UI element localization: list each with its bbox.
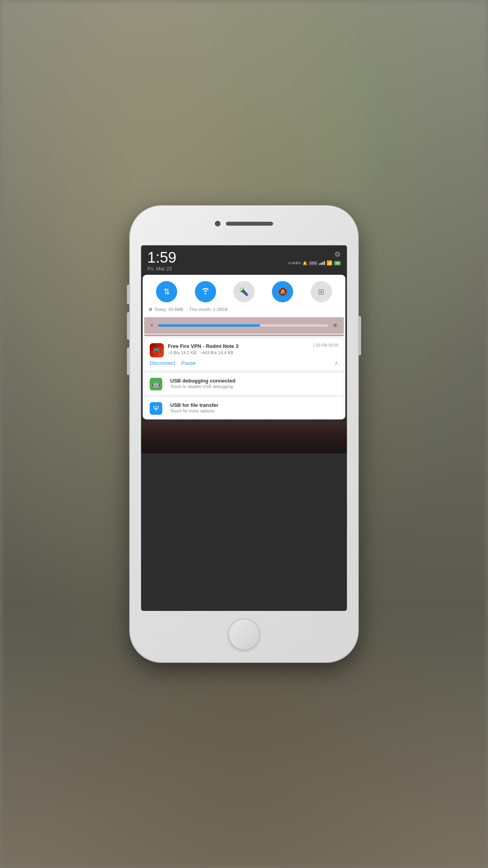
usb-transfer-notif-left: Ψ USB for file transfer Touch for more o…: [150, 402, 338, 415]
volume-down-button[interactable]: [127, 348, 130, 375]
signal-icon: [319, 261, 325, 265]
vpn-notif-subtitle: ↓0 B/s 14.2 KB · ↑443 B/s 14.4 KB: [168, 350, 313, 355]
date-display: Fri, Mar 22: [147, 266, 176, 272]
volume-up-button[interactable]: [127, 312, 130, 340]
vpn-action-buttons: Disconnect Pause: [150, 360, 196, 366]
phone-body: 1:59 Fri, Mar 22 ⚙ 4.0KB/s 🔔 VPN: [130, 206, 358, 662]
speed-indicator: 4.0KB/s: [288, 261, 301, 265]
vpn-notif-title: Free Fire VPN - Redmi Note 3: [168, 343, 313, 349]
usb-debug-icon: 🤖: [150, 378, 162, 390]
usb-transfer-icon: Ψ: [150, 402, 162, 415]
usb-symbol-icon: Ψ: [153, 405, 159, 413]
screenshot-icon: ⊞: [318, 287, 325, 296]
battery-indicator: 70: [334, 261, 341, 265]
phone-device: 1:59 Fri, Mar 22 ⚙ 4.0KB/s 🔔 VPN: [130, 206, 358, 662]
usb-debug-title: USB debugging connected: [170, 378, 235, 384]
data-arrows-icon: ⇅: [163, 287, 170, 296]
status-icons-row: 4.0KB/s 🔔 VPN 📶 70: [288, 260, 341, 266]
brightness-divider: [144, 335, 344, 336]
vpn-app-icon: 🎮: [150, 343, 164, 357]
camera-icon: [215, 221, 220, 226]
usb-debug-notif-left: 🤖 USB debugging connected Touch to disab…: [150, 378, 338, 390]
signal-bar-3: [322, 262, 323, 265]
quick-toggles-panel: ⇅ 🔦: [143, 275, 345, 317]
phone-top-area: [215, 221, 273, 226]
android-robot-icon: 🤖: [152, 381, 160, 388]
data-toggle-button[interactable]: ⇅: [156, 281, 177, 302]
time-block: 1:59 Fri, Mar 22: [147, 250, 176, 272]
screenshot-toggle-button[interactable]: ⊞: [311, 281, 332, 302]
usb-transfer-title: USB for file transfer: [170, 402, 218, 408]
vpn-notification-card[interactable]: 🎮 Free Fire VPN - Redmi Note 3 ↓0 B/s 14…: [144, 338, 344, 371]
screen-dark-bottom: [141, 422, 347, 453]
home-button[interactable]: [228, 619, 260, 650]
signal-bar-4: [324, 261, 325, 265]
mute-button[interactable]: [127, 285, 130, 304]
usb-transfer-subtitle: Touch for more options.: [170, 408, 218, 413]
status-bar: 1:59 Fri, Mar 22 ⚙ 4.0KB/s 🔔 VPN: [141, 245, 347, 275]
vpn-notif-actions: Disconnect Pause ∧: [150, 360, 338, 366]
vpn-notif-header: 🎮 Free Fire VPN - Redmi Note 3 ↓0 B/s 14…: [150, 343, 338, 357]
brightness-fill: [158, 324, 260, 327]
vpn-badge: VPN: [309, 261, 317, 265]
vpn-notif-time: 1:59 PM 00:09: [313, 343, 338, 348]
vpn-notif-content: Free Fire VPN - Redmi Note 3 ↓0 B/s 14.2…: [168, 343, 313, 355]
data-separator: ·: [185, 307, 187, 312]
mute-bell-icon: 🔕: [278, 287, 288, 296]
signal-bar-2: [321, 263, 322, 265]
brightness-min-icon: ☀: [150, 323, 154, 328]
expand-arrow-icon[interactable]: ∧: [334, 360, 338, 366]
vpn-game-icon: 🎮: [152, 346, 161, 355]
mute-toggle-button[interactable]: 🔕: [272, 281, 293, 302]
signal-bar-1: [319, 263, 320, 265]
speaker-icon: [226, 222, 273, 226]
disconnect-button[interactable]: Disconnect: [150, 360, 175, 366]
data-today-label: Today: 93.6MB: [154, 307, 183, 312]
usb-transfer-notification-card[interactable]: Ψ USB for file transfer Touch for more o…: [144, 397, 344, 419]
toggle-row: ⇅ 🔦: [147, 281, 341, 302]
wifi-toggle-button[interactable]: [195, 281, 216, 302]
wifi-toggle-icon: [201, 287, 210, 296]
pause-button[interactable]: Pause: [181, 360, 196, 366]
phone-screen: 1:59 Fri, Mar 22 ⚙ 4.0KB/s 🔔 VPN: [141, 245, 347, 611]
alarm-icon: 🔔: [303, 261, 307, 265]
data-usage-row: Today: 93.6MB · This month: 2.29GB: [147, 307, 341, 313]
torch-icon: 🔦: [239, 287, 249, 296]
usb-debug-notification-card[interactable]: 🤖 USB debugging connected Touch to disab…: [144, 373, 344, 395]
usb-debug-subtitle: Touch to disable USB debugging.: [170, 384, 235, 389]
notification-panel: ⇅ 🔦: [143, 275, 345, 419]
vpn-notif-left: 🎮 Free Fire VPN - Redmi Note 3 ↓0 B/s 14…: [150, 343, 313, 357]
brightness-max-icon: ☀: [332, 321, 338, 330]
status-right: ⚙ 4.0KB/s 🔔 VPN 📶 70: [288, 250, 341, 266]
data-dot-icon: [149, 308, 152, 311]
power-button[interactable]: [358, 316, 361, 355]
clock-time: 1:59: [147, 250, 176, 265]
settings-icon[interactable]: ⚙: [334, 250, 341, 259]
torch-toggle-button[interactable]: 🔦: [233, 281, 255, 302]
wifi-icon: 📶: [327, 260, 332, 266]
brightness-slider-row[interactable]: ☀ ☀: [144, 317, 344, 334]
data-month-label: This month: 2.29GB: [189, 307, 227, 312]
